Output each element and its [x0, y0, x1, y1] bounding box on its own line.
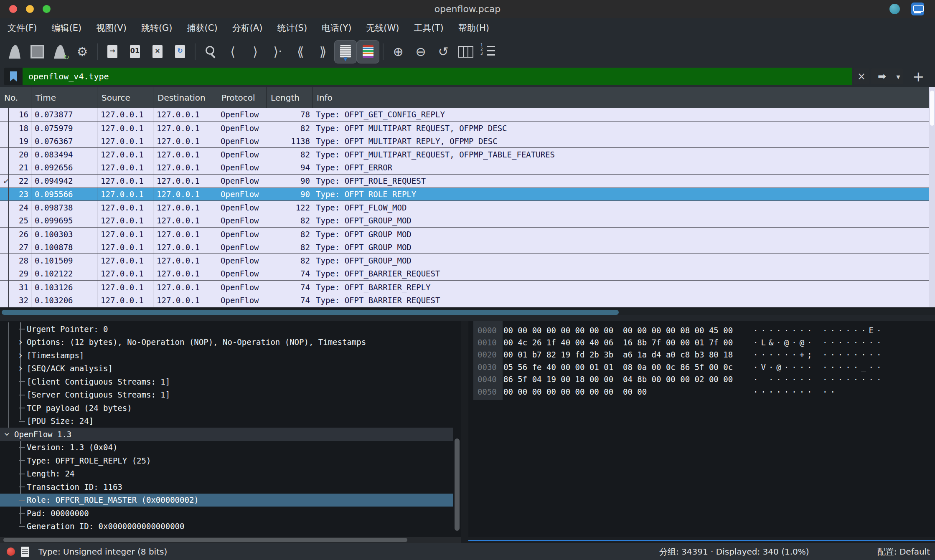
detail-tree-item[interactable]: › OpenFlow 1.3: [0, 428, 453, 441]
goto-packet-button[interactable]: ⟩·: [267, 40, 289, 63]
save-file-button[interactable]: 01: [124, 40, 146, 63]
menu-item[interactable]: 文件(F): [8, 22, 37, 34]
status-menu-icon[interactable]: [889, 4, 900, 14]
first-packet-button[interactable]: ⟪: [289, 40, 312, 63]
capture-options-button[interactable]: ⚙: [71, 40, 94, 63]
detail-tree-item[interactable]: › Type: OFPT_ROLE_REPLY (25): [0, 454, 453, 467]
numbered-rows-button[interactable]: 1 2 3: [477, 40, 500, 63]
detail-tree-item[interactable]: › [Server Contiguous Streams: 1]: [0, 388, 453, 402]
expert-info-button[interactable]: [7, 547, 15, 556]
status-profile[interactable]: 配置: Default: [877, 546, 930, 557]
expander-icon[interactable]: ›: [16, 336, 25, 349]
table-row[interactable]: 19 0.076367 127.0.0.1 127.0.0.1 OpenFlow…: [0, 135, 929, 148]
filter-bookmark-button[interactable]: [4, 68, 23, 85]
table-row[interactable]: 27 0.100878 127.0.0.1 127.0.0.1 OpenFlow…: [0, 241, 929, 254]
zoom-in-button[interactable]: ⊕: [387, 40, 409, 63]
filter-clear-button[interactable]: ×: [854, 68, 869, 84]
scrollbar-thumb[interactable]: [2, 310, 619, 315]
menu-item[interactable]: 无线(W): [366, 22, 399, 34]
table-row[interactable]: 16 0.073877 127.0.0.1 127.0.0.1 OpenFlow…: [0, 108, 929, 122]
table-row[interactable]: 23 0.095566 127.0.0.1 127.0.0.1 OpenFlow…: [0, 188, 929, 201]
zoom-out-button[interactable]: ⊖: [409, 40, 432, 63]
detail-horizontal-scrollbar[interactable]: [0, 537, 461, 543]
detail-tree-item[interactable]: › Transaction ID: 1163: [0, 480, 453, 494]
last-packet-button[interactable]: ⟫: [312, 40, 334, 63]
table-row[interactable]: 31 0.103126 127.0.0.1 127.0.0.1 OpenFlow…: [0, 281, 929, 294]
table-row[interactable]: 24 0.098738 127.0.0.1 127.0.0.1 OpenFlow…: [0, 201, 929, 214]
menu-item[interactable]: 编辑(E): [51, 22, 81, 34]
menu-item[interactable]: 统计(S): [277, 22, 307, 34]
filter-dropdown-caret[interactable]: ▾: [893, 68, 903, 84]
detail-tree-item[interactable]: › Length: 24: [0, 467, 453, 481]
hex-bytes[interactable]: 00 00 00 00 00 00 00 00 00 00 00 00 08 0…: [503, 326, 733, 335]
hex-bytes[interactable]: 00 4c 26 1f 40 00 40 06 16 8b 7f 00 00 0…: [503, 338, 733, 347]
stop-capture-button[interactable]: [26, 40, 48, 63]
reload-file-button[interactable]: ↻: [169, 40, 191, 63]
menu-item[interactable]: 捕获(C): [187, 22, 218, 34]
detail-tree-item[interactable]: › Version: 1.3 (0x04): [0, 441, 453, 454]
toolbar-separator[interactable]: [191, 40, 199, 63]
filter-apply-button[interactable]: ➡: [871, 68, 893, 84]
menu-item[interactable]: 电话(Y): [322, 22, 351, 34]
menu-item[interactable]: 工具(T): [414, 22, 443, 34]
scrollbar-thumb[interactable]: [3, 538, 407, 542]
colorize-toggle[interactable]: [357, 40, 379, 63]
packet-list-vertical-scrollbar[interactable]: [929, 87, 935, 307]
toolbar-separator[interactable]: [94, 40, 101, 63]
table-row[interactable]: 32 0.103206 127.0.0.1 127.0.0.1 OpenFlow…: [0, 294, 929, 307]
find-packet-button[interactable]: [199, 40, 221, 63]
zoom-reset-button[interactable]: ↺: [432, 40, 455, 63]
column-header[interactable]: No.: [0, 87, 31, 108]
hex-ascii[interactable]: ·V·@···· ·····_··: [753, 362, 884, 372]
hex-ascii[interactable]: ······+; ········: [753, 350, 884, 359]
column-header[interactable]: Source: [97, 87, 153, 108]
column-header[interactable]: Time: [31, 87, 97, 108]
hex-row[interactable]: 0050 00 00 00 00 00 00 00 00 00 00 ·····…: [468, 385, 935, 398]
table-row[interactable]: 21 0.092656 127.0.0.1 127.0.0.1 OpenFlow…: [0, 161, 929, 175]
detail-tree-item[interactable]: › Generation ID: 0x0000000000000000: [0, 520, 453, 533]
filter-add-button[interactable]: +: [912, 69, 925, 84]
menu-item[interactable]: 帮助(H): [458, 22, 489, 34]
table-row[interactable]: 25 0.099695 127.0.0.1 127.0.0.1 OpenFlow…: [0, 214, 929, 228]
hex-bytes[interactable]: 00 00 00 00 00 00 00 00 00 00: [503, 387, 647, 396]
expander-icon[interactable]: ›: [16, 362, 25, 375]
expander-icon[interactable]: ›: [0, 430, 14, 439]
display-filter-input[interactable]: [23, 68, 852, 85]
scrollbar-thumb[interactable]: [455, 438, 460, 531]
table-row[interactable]: ✓22 0.094942 127.0.0.1 127.0.0.1 OpenFlo…: [0, 175, 929, 188]
previous-packet-button[interactable]: ⟨: [221, 40, 244, 63]
detail-tree-item[interactable]: › Urgent Pointer: 0: [0, 322, 453, 336]
detail-tree-item[interactable]: › [PDU Size: 24]: [0, 415, 453, 428]
packet-list-horizontal-scrollbar[interactable]: [0, 309, 935, 315]
detail-tree-item[interactable]: › [Timestamps]: [0, 349, 453, 362]
detail-tree-item[interactable]: › [Client Contiguous Streams: 1]: [0, 375, 453, 388]
menu-item[interactable]: 分析(A): [232, 22, 263, 34]
column-header[interactable]: Destination: [153, 87, 217, 108]
table-row[interactable]: 18 0.075979 127.0.0.1 127.0.0.1 OpenFlow…: [0, 122, 929, 135]
open-file-button[interactable]: →: [101, 40, 124, 63]
hex-bytes[interactable]: 00 01 b7 82 19 fd 2b 3b a6 1a d4 a0 c8 b…: [503, 350, 733, 359]
toolbar-separator[interactable]: [379, 40, 387, 63]
start-capture-button[interactable]: [3, 40, 26, 63]
restart-capture-button[interactable]: ↻: [48, 40, 71, 63]
hex-ascii[interactable]: ·L&·@·@· ········: [753, 338, 884, 347]
input-method-icon[interactable]: [911, 3, 924, 15]
menu-item[interactable]: 跳转(G): [141, 22, 173, 34]
hex-ascii[interactable]: ········ ··: [753, 387, 838, 396]
column-header[interactable]: Info: [313, 87, 935, 108]
hex-ascii[interactable]: ········ ······E·: [753, 326, 884, 335]
hex-ascii[interactable]: ·_······ ········: [753, 375, 884, 384]
table-row[interactable]: 20 0.083494 127.0.0.1 127.0.0.1 OpenFlow…: [0, 148, 929, 161]
close-file-button[interactable]: ×: [146, 40, 169, 63]
detail-tree-item[interactable]: › [SEQ/ACK analysis]: [0, 362, 453, 375]
hex-row[interactable]: 0000 00 00 00 00 00 00 00 00 00 00 00 00…: [468, 324, 935, 336]
resize-columns-button[interactable]: [455, 40, 477, 63]
detail-tree-item[interactable]: › Pad: 00000000: [0, 507, 453, 520]
detail-tree-item[interactable]: › Options: (12 bytes), No-Operation (NOP…: [0, 336, 453, 349]
expander-icon[interactable]: ›: [16, 349, 25, 362]
next-packet-button[interactable]: ⟩: [244, 40, 267, 63]
autoscroll-toggle[interactable]: ▾: [334, 40, 357, 63]
column-header[interactable]: Length: [267, 87, 313, 108]
column-header[interactable]: Protocol: [217, 87, 267, 108]
hex-row[interactable]: 0010 00 4c 26 1f 40 00 40 06 16 8b 7f 00…: [468, 336, 935, 348]
